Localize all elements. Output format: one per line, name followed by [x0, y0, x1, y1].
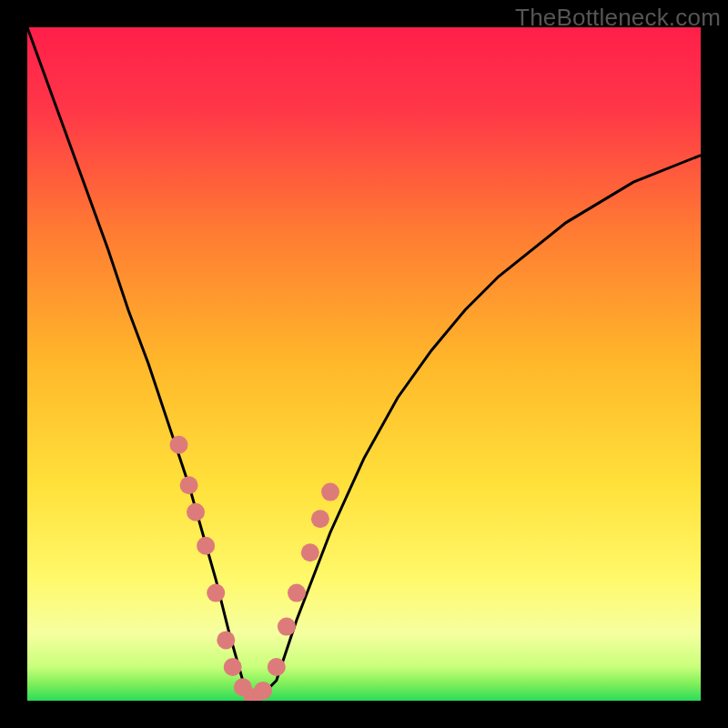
marker-dot: [180, 476, 198, 494]
marker-dot: [301, 543, 319, 561]
watermark-text: TheBottleneck.com: [515, 4, 721, 32]
marker-dot: [207, 584, 225, 602]
marker-dot: [254, 682, 272, 700]
marker-dot: [187, 503, 205, 521]
chart-frame: [27, 27, 701, 701]
marker-dot: [197, 537, 215, 555]
marker-dot: [217, 631, 235, 649]
marker-dot: [321, 483, 339, 501]
marker-dot: [170, 436, 188, 454]
marker-dot: [311, 510, 329, 528]
marker-dot: [268, 658, 286, 676]
bottleneck-curve: [27, 27, 701, 701]
marker-dot: [278, 618, 296, 636]
highlight-dots: [170, 436, 340, 701]
chart-svg: [27, 27, 701, 701]
marker-dot: [288, 584, 306, 602]
marker-dot: [224, 658, 242, 676]
